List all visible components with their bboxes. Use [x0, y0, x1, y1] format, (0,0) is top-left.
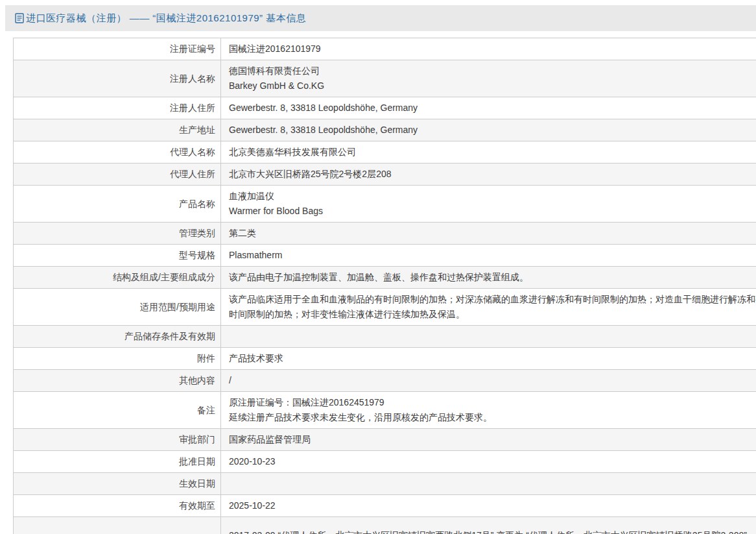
row-value: 该产品由电子加温控制装置、加温舱、盖板、操作盘和过热保护装置组成。	[221, 270, 756, 285]
row-label: 注册证编号	[14, 38, 221, 60]
table-row-storage-conditions: 产品储存条件及有效期	[14, 326, 756, 348]
table-row-management-class: 管理类别 第二类	[14, 223, 756, 245]
row-label: 产品名称	[14, 186, 221, 222]
row-label: 适用范围/预期用途	[14, 289, 221, 325]
header-inner: 进口医疗器械（注册） —— “国械注进20162101979” 基本信息	[5, 12, 306, 25]
table-row-approval-department: 审批部门 国家药品监督管理局	[14, 429, 756, 451]
row-label: 备注	[14, 392, 221, 428]
row-value: 2020-10-23	[221, 454, 756, 469]
row-label: 批准日期	[14, 451, 221, 472]
table-row-registrant-address: 注册人住所 Gewerbestr. 8, 33818 Leopoldshöhe,…	[14, 97, 756, 119]
row-value: 德国博科有限责任公司 Barkey GmbH & Co.KG	[221, 64, 756, 93]
table-row-intended-use: 适用范围/预期用途 该产品临床适用于全血和血液制品的有时间限制的加热；对深冻储藏…	[14, 289, 756, 326]
table-row-valid-until: 有效期至 2025-10-22	[14, 495, 756, 517]
row-label: 代理人名称	[14, 141, 221, 163]
row-value: Gewerbestr. 8, 33818 Leopoldshöhe, Germa…	[221, 101, 756, 115]
table-row-remarks: 备注 原注册证编号：国械注进20162451979 延续注册产品技术要求未发生变…	[14, 392, 756, 429]
page: 进口医疗器械（注册） —— “国械注进20162101979” 基本信息 注册证…	[0, 0, 756, 534]
row-label: 审批部门	[14, 429, 221, 450]
table-row-change-history: 2017-03-09 “代理人住所：北京市大兴区旧宫镇旧宫西路北侧17号” 变更…	[14, 517, 756, 534]
row-label: 产品储存条件及有效期	[14, 326, 221, 347]
row-value: 北京美德嘉华科技发展有限公司	[221, 145, 756, 160]
row-value	[221, 329, 756, 344]
row-value: 2017-03-09 “代理人住所：北京市大兴区旧宫镇旧宫西路北侧17号” 变更…	[221, 528, 756, 534]
table-row-other-content: 其他内容 /	[14, 370, 756, 392]
row-label: 有效期至	[14, 495, 221, 516]
row-value: 2025-10-22	[221, 498, 756, 513]
row-value: 血液加温仪 Warmer for Blood Bags	[221, 189, 756, 219]
table-row-product-name: 产品名称 血液加温仪 Warmer for Blood Bags	[14, 186, 756, 223]
row-value: Gewerbestr. 8, 33818 Leopoldshöhe, Germa…	[221, 123, 756, 138]
table-row-agent-name: 代理人名称 北京美德嘉华科技发展有限公司	[14, 141, 756, 164]
row-value	[221, 476, 756, 491]
table-row-attachment: 附件 产品技术要求	[14, 348, 756, 370]
row-label: 代理人住所	[14, 164, 221, 185]
row-value: 国家药品监督管理局	[221, 432, 756, 447]
row-value: /	[221, 373, 756, 388]
table-row-registrant-name: 注册人名称 德国博科有限责任公司 Barkey GmbH & Co.KG	[14, 60, 756, 97]
row-label: 其他内容	[14, 370, 221, 391]
table-row-model-spec: 型号规格 Plasmatherm	[14, 245, 756, 267]
row-label: 注册人住所	[14, 97, 221, 119]
row-label: 注册人名称	[14, 60, 221, 97]
registration-info-table: 注册证编号 国械注进20162101979 注册人名称 德国博科有限责任公司 B…	[13, 38, 756, 534]
row-value: Plasmatherm	[221, 248, 756, 263]
row-value: 第二类	[221, 226, 756, 241]
row-label: 生效日期	[14, 473, 221, 494]
row-label: 结构及组成/主要组成成分	[14, 267, 221, 288]
row-label	[14, 517, 221, 534]
row-value: 原注册证编号：国械注进20162451979 延续注册产品技术要求未发生变化，沿…	[221, 395, 756, 425]
row-value: 北京市大兴区旧桥路25号院2号楼2层208	[221, 167, 756, 182]
row-label: 型号规格	[14, 245, 221, 266]
table-row-approval-date: 批准日期 2020-10-23	[14, 451, 756, 473]
row-value: 国械注进20162101979	[221, 42, 756, 56]
table-row-structure-composition: 结构及组成/主要组成成分 该产品由电子加温控制装置、加温舱、盖板、操作盘和过热保…	[14, 267, 756, 289]
row-value: 该产品临床适用于全血和血液制品的有时间限制的加热；对深冻储藏的血浆进行解冻和有时…	[221, 292, 756, 322]
table-row-effective-date: 生效日期	[14, 473, 756, 495]
document-icon	[15, 13, 24, 23]
table-row-registration-number: 注册证编号 国械注进20162101979	[14, 38, 756, 60]
table-row-agent-address: 代理人住所 北京市大兴区旧桥路25号院2号楼2层208	[14, 164, 756, 186]
row-label: 附件	[14, 348, 221, 369]
table-row-production-address: 生产地址 Gewerbestr. 8, 33818 Leopoldshöhe, …	[14, 119, 756, 141]
row-value: 产品技术要求	[221, 351, 756, 366]
page-title: 进口医疗器械（注册） —— “国械注进20162101979” 基本信息	[26, 12, 306, 25]
header-bar: 进口医疗器械（注册） —— “国械注进20162101979” 基本信息	[5, 5, 756, 31]
row-label: 生产地址	[14, 119, 221, 141]
row-label: 管理类别	[14, 223, 221, 244]
